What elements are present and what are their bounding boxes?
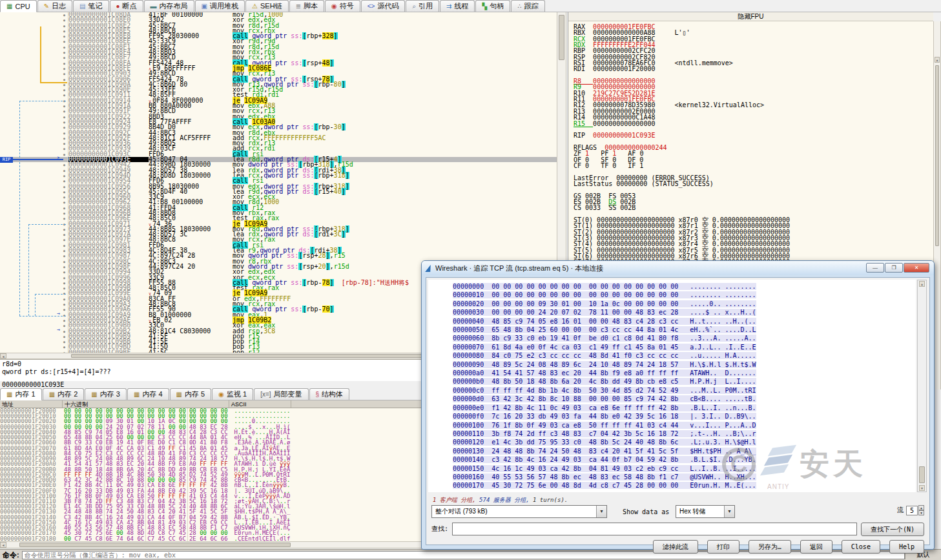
tab-日志[interactable]: ✎日志: [37, 0, 72, 12]
breakpoint-dot-icon[interactable]: ●: [63, 260, 65, 264]
breakpoint-dot-icon[interactable]: ●: [63, 13, 65, 17]
tab-监视 1[interactable]: ◉监视 1: [212, 388, 253, 400]
breakpoint-dot-icon[interactable]: ●: [63, 120, 65, 124]
breakpoint-dot-icon[interactable]: ●: [63, 216, 65, 220]
breakpoint-dot-icon[interactable]: ●: [63, 238, 65, 242]
action-button-滤掉此流[interactable]: 滤掉此流: [653, 540, 698, 554]
breakpoint-dot-icon[interactable]: ●: [63, 190, 65, 194]
tab-内存 1[interactable]: ▦内存 1: [0, 388, 42, 400]
tab-脚本[interactable]: ≣脚本: [289, 0, 324, 12]
breakpoint-dot-icon[interactable]: ●: [63, 345, 65, 349]
wireshark-follow-stream-dialog[interactable]: Wireshark · 追踪 TCP 流 (tcp.stream eq 5) ·…: [421, 260, 935, 550]
register-line[interactable]: CF 0 TF 0 IF 1: [574, 163, 933, 169]
close-button[interactable]: Close: [842, 540, 880, 554]
format-dropdown[interactable]: Hex 转储▼: [676, 505, 735, 518]
breakpoint-dot-icon[interactable]: ●: [63, 270, 65, 274]
tab-内存 3[interactable]: ▦内存 3: [85, 388, 127, 400]
breakpoint-dot-icon[interactable]: ●: [63, 78, 65, 81]
dialog-titlebar[interactable]: Wireshark · 追踪 TCP 流 (tcp.stream eq 5) ·…: [422, 261, 934, 275]
tab-结构体[interactable]: §结构体: [309, 388, 350, 400]
breakpoint-dot-icon[interactable]: ●: [63, 302, 65, 306]
breakpoint-dot-icon[interactable]: ●: [63, 93, 65, 97]
stream-hex-row[interactable]: 00000070 61 8d 4a e0 0f 4c ca 03 c1 49 f…: [428, 343, 916, 351]
breakpoint-dot-icon[interactable]: ●: [63, 24, 65, 28]
breakpoint-dot-icon[interactable]: ●: [63, 141, 65, 145]
stream-hex-row[interactable]: 00000140 c3 42 8b 4c 16 24 49 03 ca 44 0…: [428, 455, 916, 464]
col-hex[interactable]: 十六进制: [63, 400, 229, 408]
stream-hex-row[interactable]: 00000120 e1 4c 3b dd 75 95 33 c0 48 8b 5…: [428, 438, 916, 446]
stream-hex-row[interactable]: 00000080 84 c0 75 e2 c3 cc cc cc 48 8d 4…: [428, 351, 916, 360]
breakpoint-dot-icon[interactable]: ●: [63, 233, 65, 236]
stream-vscrollbar[interactable]: ▴ ▾: [917, 280, 927, 492]
breakpoint-dot-icon[interactable]: ●: [63, 45, 65, 49]
breakpoint-dot-icon[interactable]: ●: [63, 56, 65, 59]
breakpoint-dot-icon[interactable]: ●: [63, 254, 65, 258]
stream-hex-row[interactable]: 000000f0 7c 16 20 33 db 49 03 fa 44 8b e…: [428, 412, 916, 420]
breakpoint-dot-icon[interactable]: ●: [63, 286, 65, 290]
tab-SEH链[interactable]: ⚠SEH链: [245, 0, 289, 12]
stream-hex-row[interactable]: 000000b0 48 8b 50 18 48 8b 6a 20 4c 8b d…: [428, 377, 916, 386]
close-icon[interactable]: ✕: [904, 263, 929, 273]
col-ascii[interactable]: ASCII: [229, 400, 291, 408]
breakpoint-dot-icon[interactable]: ●: [63, 125, 65, 129]
breakpoint-dot-icon[interactable]: ●: [63, 115, 65, 119]
tab-符号[interactable]: ◉符号: [325, 0, 360, 12]
stream-hex-row[interactable]: 00000040 48 85 c9 74 05 e8 16 01 00 00 4…: [428, 317, 916, 326]
breakpoint-dot-icon[interactable]: ●: [63, 88, 65, 92]
breakpoint-dot-icon[interactable]: ●: [63, 131, 65, 135]
stream-hex-row[interactable]: 00000060 8b c9 33 c0 eb 19 41 0f be d0 c…: [428, 334, 916, 342]
breakpoint-dot-icon[interactable]: ●: [63, 29, 65, 33]
breakpoint-dot-icon[interactable]: ●: [63, 281, 65, 285]
maximize-button[interactable]: ❐: [885, 263, 903, 273]
tab-断点[interactable]: ●断点: [110, 0, 143, 12]
breakpoint-dot-icon[interactable]: ●: [63, 72, 65, 76]
breakpoint-dot-icon[interactable]: ●: [63, 200, 65, 204]
spin-up-icon[interactable]: ▲: [918, 505, 924, 510]
breakpoint-dot-icon[interactable]: ●: [63, 39, 65, 43]
col-address[interactable]: 地址: [0, 400, 63, 408]
breakpoint-dot-icon[interactable]: ●: [63, 206, 65, 210]
breakpoint-dot-icon[interactable]: ●: [63, 249, 65, 253]
memory-hscrollbar[interactable]: ◂: [0, 541, 421, 548]
hide-fpu-button[interactable]: 隐藏FPU: [568, 12, 933, 21]
stream-hex-row[interactable]: 00000100 76 1f 8b 0f 49 03 ca e8 50 ff f…: [428, 421, 916, 430]
breakpoint-dot-icon[interactable]: ●: [63, 147, 65, 150]
breakpoint-dot-icon[interactable]: ●: [63, 313, 65, 317]
tab-笔记[interactable]: ▤笔记: [73, 0, 109, 12]
tab-调用堆栈[interactable]: ▣调用堆栈: [195, 0, 245, 12]
tab-跟踪[interactable]: ∴跟踪: [511, 0, 544, 12]
tab-源代码[interactable]: <>源代码: [361, 0, 406, 12]
action-button-打印[interactable]: 打印: [707, 540, 739, 554]
find-input[interactable]: [452, 523, 857, 535]
minimize-button[interactable]: —: [866, 263, 884, 273]
action-button-另存为…[interactable]: 另存为…: [749, 540, 791, 554]
breakpoint-dot-icon[interactable]: ●: [63, 244, 65, 247]
breakpoint-dot-icon[interactable]: ●: [63, 318, 65, 322]
spin-down-icon[interactable]: ▼: [918, 510, 924, 515]
register-line[interactable]: RDI 0000000001F20000: [574, 66, 933, 72]
stream-hex-row[interactable]: 000000d0 63 42 3c 42 8b 8c 10 88 00 00 0…: [428, 395, 916, 403]
breakpoint-dot-icon[interactable]: ●: [63, 67, 65, 70]
breakpoint-dot-icon[interactable]: ●: [63, 324, 65, 327]
stream-hex-row[interactable]: 00000150 4c 16 1c 49 03 ca 42 8b 04 81 4…: [428, 464, 916, 473]
conversation-dropdown[interactable]: 整个对话 (793 kB)▼: [431, 505, 607, 518]
stream-hex-row[interactable]: 00000160 40 55 53 56 57 48 8b ec 48 83 e…: [428, 473, 916, 481]
breakpoint-dot-icon[interactable]: ●: [63, 227, 65, 231]
breakpoint-dot-icon[interactable]: ●: [63, 329, 65, 333]
breakpoint-dot-icon[interactable]: ●: [63, 291, 65, 295]
breakpoint-dot-icon[interactable]: ●: [63, 83, 65, 87]
breakpoint-dot-icon[interactable]: ●: [63, 109, 65, 113]
stream-hex-row[interactable]: 00000110 3b f8 74 2d ff c3 48 83 c7 04 4…: [428, 430, 916, 438]
tab-内存 4[interactable]: ▦内存 4: [127, 388, 169, 400]
find-next-button[interactable]: 查找下一个(N): [861, 523, 924, 536]
breakpoint-dot-icon[interactable]: ●: [63, 50, 65, 54]
stream-hex-row[interactable]: 000000a0 41 54 41 57 48 83 ec 20 44 8b f…: [428, 369, 916, 377]
stream-hex-row[interactable]: 00000030 00 00 00 00 24 20 07 02 78 11 0…: [428, 308, 916, 316]
breakpoint-dot-icon[interactable]: ●: [63, 185, 65, 189]
stream-hex-row[interactable]: 00000010 00 00 00 00 00 00 00 00 00 00 0…: [428, 291, 916, 299]
action-button-返回[interactable]: 返回: [800, 540, 832, 554]
breakpoint-dot-icon[interactable]: ●: [63, 265, 65, 269]
tab-内存 2[interactable]: ▦内存 2: [43, 388, 85, 400]
stream-hex-row[interactable]: 00000020 00 00 00 00 09 30 01 00 10 1a 0…: [428, 300, 916, 308]
stream-hex-row[interactable]: 00000050 65 48 8b 04 25 60 00 00 00 c3 c…: [428, 326, 916, 334]
